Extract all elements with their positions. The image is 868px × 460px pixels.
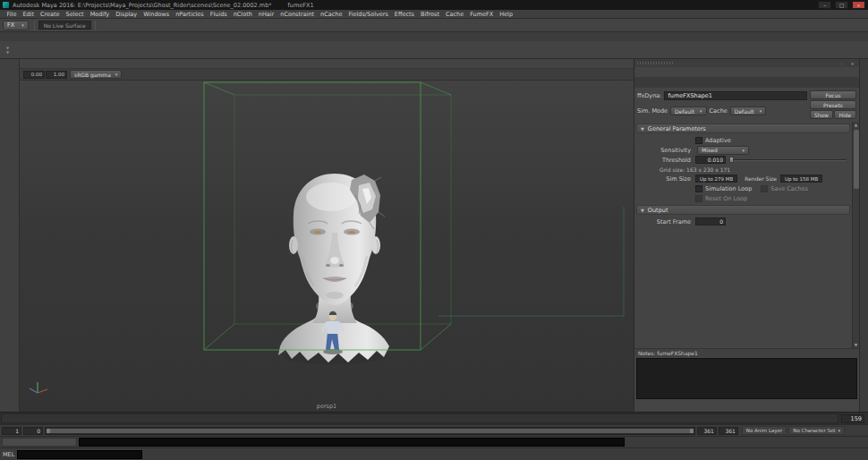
animation-end-field[interactable]: 361 <box>719 427 738 435</box>
threshold-value-field[interactable]: 0.010 <box>695 156 726 164</box>
start-frame-row: Start Frame 0 <box>636 217 850 226</box>
main-area: 0.00 1.00 sRGB gamma ▾ <box>0 59 868 412</box>
viewport-panel: 0.00 1.00 sRGB gamma ▾ <box>20 59 634 412</box>
simulation-loop-checkbox[interactable] <box>695 185 702 192</box>
hide-button[interactable]: Hide <box>834 110 857 119</box>
chevron-down-icon: ▾ <box>760 108 762 114</box>
chevron-down-icon: ▾ <box>742 148 745 153</box>
focus-button[interactable]: Focus <box>810 90 856 99</box>
viewport-toolbar: 0.00 1.00 sRGB gamma ▾ <box>20 69 634 81</box>
title-bar: Autodesk Maya 2016: E:\Projects\Maya_Pro… <box>0 0 868 10</box>
viewport-canvas[interactable]: persp1 <box>20 81 634 412</box>
playback-end-field[interactable]: 361 <box>697 427 717 435</box>
shelf-menu-button[interactable]: ▼▼ <box>2 42 13 57</box>
command-result-field[interactable] <box>79 438 625 447</box>
memory-size-row: Sim Size Up to 279 MB Render Size Up to … <box>636 174 850 183</box>
collapse-arrow-icon: ▼ <box>641 126 644 132</box>
attribute-editor-footer <box>634 400 859 412</box>
section-title: General Parameters <box>648 125 706 132</box>
range-slider-bar[interactable] <box>47 429 694 433</box>
maya-window: Autodesk Maya 2016: E:\Projects\Maya_Pro… <box>0 0 868 460</box>
attribute-editor-tab-bar <box>634 77 859 88</box>
command-feedback-field[interactable] <box>2 438 77 447</box>
animation-preferences-icon[interactable] <box>857 426 866 435</box>
sensitivity-value: Mixed <box>702 147 718 153</box>
show-button[interactable]: Show <box>810 110 833 119</box>
threshold-label: Threshold <box>636 157 695 164</box>
collapse-arrow-icon: ▼ <box>641 208 644 213</box>
command-line-row: MEL <box>0 447 868 460</box>
range-slider[interactable] <box>45 427 695 435</box>
menu-set-value: FX <box>7 21 14 29</box>
sensitivity-label: Sensitivity <box>636 147 695 154</box>
color-management-value: sRGB gamma <box>74 72 111 78</box>
threshold-slider[interactable] <box>729 156 847 164</box>
sensitivity-row: Sensitivity Mixed ▾ <box>636 145 850 155</box>
maximize-button[interactable]: □ <box>835 1 848 9</box>
section-output[interactable]: ▼ Output <box>636 205 850 215</box>
window-title-document: fumeFX1 <box>288 2 314 9</box>
minimize-button[interactable]: – <box>818 1 831 9</box>
pin-icon[interactable]: ◦ <box>838 60 846 67</box>
attribute-editor-titlebar[interactable]: ◦ × <box>634 59 859 67</box>
menu-bar: FileEditCreateSelectModifyDisplayWindows… <box>0 10 868 19</box>
adaptive-checkbox[interactable] <box>695 137 702 144</box>
close-panel-icon[interactable]: × <box>848 60 856 67</box>
auto-keyframe-toggle[interactable] <box>847 426 855 435</box>
toolbar-separator <box>95 21 96 30</box>
cache-select[interactable]: Default ▾ <box>730 106 766 115</box>
start-frame-label: Start Frame <box>636 218 695 226</box>
right-sidebar-strip <box>859 59 868 412</box>
scroll-up-icon[interactable]: ▲ <box>855 122 857 128</box>
adaptive-row: Adaptive <box>636 135 850 145</box>
scrollbar-thumb[interactable] <box>854 130 859 189</box>
panel-drag-handle[interactable] <box>637 62 673 64</box>
secondary-grid-lines <box>438 207 624 316</box>
reset-on-loop-label: Reset On Loop <box>705 195 747 202</box>
save-caches-checkbox[interactable] <box>761 185 768 192</box>
grid-size-text: Grid size: 163 x 230 x 171 <box>636 165 850 174</box>
node-name-field[interactable]: fumeFXShape1 <box>664 91 807 100</box>
chevron-down-icon: ▾ <box>115 72 118 77</box>
command-input[interactable] <box>17 450 142 459</box>
mel-toggle[interactable]: MEL <box>3 451 14 458</box>
close-button[interactable]: × <box>852 1 865 9</box>
range-handle-right[interactable] <box>690 429 694 433</box>
time-slider[interactable] <box>1 413 838 423</box>
current-frame-field[interactable]: 159 <box>841 414 864 423</box>
camera-name-label: persp1 <box>20 403 634 410</box>
scroll-down-icon[interactable]: ▼ <box>855 342 857 348</box>
viewport-menu-bar <box>20 59 634 69</box>
menu-set-selector[interactable]: FX ▾ <box>3 21 29 30</box>
sensitivity-select[interactable]: Mixed ▾ <box>697 146 749 155</box>
attribute-editor-scrollbar[interactable]: ▲ ▼ <box>852 122 859 348</box>
section-general-parameters[interactable]: ▼ General Parameters <box>636 124 850 133</box>
chevron-down-icon: ▾ <box>700 108 702 114</box>
axis-gizmo <box>30 382 47 393</box>
reset-on-loop-row: Reset On Loop <box>636 193 850 203</box>
gamma-field[interactable]: 1.00 <box>46 71 67 79</box>
window-title: Autodesk Maya 2016: E:\Projects\Maya_Pro… <box>13 2 272 9</box>
sim-mode-label: Sim. Mode <box>637 107 668 115</box>
start-frame-field[interactable]: 0 <box>695 217 726 226</box>
command-response-row <box>0 436 868 447</box>
toolbar-separator <box>34 21 35 30</box>
playback-start-field[interactable]: 0 <box>23 427 43 435</box>
live-surface-field[interactable]: No Live Surface <box>38 21 91 30</box>
animation-start-field[interactable]: 1 <box>2 427 21 435</box>
range-handle-left[interactable] <box>47 429 50 433</box>
sim-mode-select[interactable]: Default ▾ <box>670 106 706 115</box>
color-management-select[interactable]: sRGB gamma ▾ <box>70 70 122 79</box>
sim-size-value: Up to 279 MB <box>695 175 737 183</box>
maya-logo-icon <box>3 2 9 8</box>
exposure-field[interactable]: 0.00 <box>23 71 45 79</box>
character-set-chip[interactable]: No Character Set ▾ <box>788 426 845 435</box>
sim-mode-value: Default <box>675 108 694 115</box>
cache-value: Default <box>735 108 754 115</box>
presets-button[interactable]: Presets <box>810 100 856 109</box>
reset-on-loop-checkbox[interactable] <box>695 195 702 202</box>
notes-field[interactable] <box>636 358 857 399</box>
anim-layer-chip[interactable]: No Anim Layer <box>742 426 787 435</box>
range-slider-row: 1 0 361 361 No Anim Layer No Character S… <box>0 424 868 436</box>
simulation-loop-row: Simulation Loop Save Caches <box>636 183 850 193</box>
